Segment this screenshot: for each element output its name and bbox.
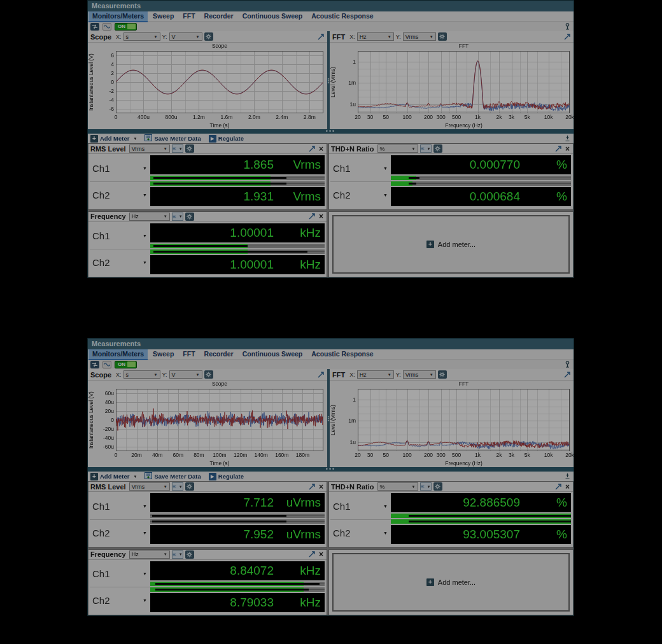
regulate-button[interactable]: ▶ Regulate [209, 473, 244, 480]
channel-select[interactable]: Ch2▼ [90, 249, 150, 276]
pin-icon[interactable] [563, 361, 571, 368]
waveform-monitor-icon[interactable] [102, 23, 111, 31]
scope-y-unit-select[interactable]: V▼ [169, 370, 202, 379]
tab-sweep[interactable]: Sweep [149, 11, 178, 21]
fft-chart-canvas[interactable] [330, 43, 574, 129]
gear-icon[interactable] [185, 482, 194, 491]
bar-style-select[interactable]: ▼ [172, 144, 183, 153]
fft-panel: FFT X: Hz▼ Y: Vrms▼ [330, 31, 574, 129]
scope-x-unit-select[interactable]: s▼ [123, 370, 160, 379]
unit-select[interactable]: Vrms▼ [129, 482, 170, 491]
bar-style-select[interactable]: ▼ [420, 482, 432, 491]
tab-continuous-sweep[interactable]: Continuous Sweep [239, 349, 307, 359]
expand-icon[interactable] [563, 371, 571, 379]
gear-icon[interactable] [185, 550, 194, 559]
regulate-button[interactable]: ▶ Regulate [209, 135, 244, 143]
gear-icon[interactable] [438, 32, 447, 41]
bar-style-select[interactable]: ▼ [172, 482, 183, 491]
meter-unit: kHz [274, 258, 325, 272]
channel-select[interactable]: Ch1▼ [90, 493, 150, 520]
expand-icon[interactable] [308, 145, 316, 153]
add-meter-placeholder[interactable]: + Add meter... [332, 553, 570, 612]
close-icon[interactable]: × [564, 483, 571, 491]
channel-select[interactable]: Ch1▼ [90, 223, 150, 250]
meter-header: RMS Level Vrms▼ ▼ × [88, 482, 327, 492]
bar-style-select[interactable]: ▼ [172, 550, 183, 559]
fft-x-unit-select[interactable]: Hz▼ [357, 370, 394, 379]
unit-select[interactable]: %▼ [377, 144, 418, 153]
generator-on-toggle[interactable]: ON [115, 23, 137, 31]
unit-select[interactable]: Hz▼ [129, 550, 170, 559]
tab-monitors-meters[interactable]: Monitors/Meters [88, 11, 148, 21]
fft-y-unit-select[interactable]: Vrms▼ [403, 370, 436, 379]
tab-continuous-sweep[interactable]: Continuous Sweep [239, 11, 307, 21]
fft-y-unit-select[interactable]: Vrms▼ [403, 32, 436, 41]
unit-select[interactable]: %▼ [377, 482, 418, 491]
close-icon[interactable]: × [564, 145, 571, 153]
window-titlebar[interactable]: Measurements [88, 1, 574, 11]
unit-select[interactable]: Vrms▼ [129, 144, 170, 153]
expand-icon[interactable] [308, 550, 316, 558]
fft-x-unit-select[interactable]: Hz▼ [357, 32, 394, 41]
tab-acoustic-response[interactable]: Acoustic Response [307, 11, 377, 21]
fft-chart-canvas[interactable] [330, 381, 574, 467]
channel-select[interactable]: Ch2▼ [90, 182, 150, 208]
generator-on-toggle[interactable]: ON [115, 361, 137, 368]
io-connector-icon[interactable] [90, 23, 99, 31]
channel-select[interactable]: Ch2▼ [90, 520, 150, 546]
plots-meters-splitter[interactable]: ••• [88, 467, 574, 472]
add-meter-button[interactable]: + Add Meter ▼ [90, 135, 137, 143]
scope-chart-canvas[interactable] [88, 43, 327, 129]
scope-chart-canvas[interactable] [88, 381, 327, 467]
scope-x-unit-select[interactable]: s▼ [123, 32, 160, 41]
window-titlebar[interactable]: Measurements [88, 339, 574, 349]
pin-icon[interactable] [563, 23, 571, 31]
channel-select[interactable]: Ch2▼ [330, 520, 391, 546]
gear-icon[interactable] [185, 213, 194, 221]
tab-fft[interactable]: FFT [179, 349, 199, 359]
channel-select[interactable]: Ch1▼ [330, 155, 391, 182]
channel-select[interactable]: Ch1▼ [90, 155, 150, 182]
pin-meters-icon[interactable] [563, 135, 571, 143]
channel-select[interactable]: Ch1▼ [330, 493, 391, 520]
tab-acoustic-response[interactable]: Acoustic Response [307, 349, 377, 359]
channel-select[interactable]: Ch2▼ [330, 182, 391, 208]
save-meter-data-button[interactable]: Save Meter Data [144, 472, 201, 480]
close-icon[interactable]: × [318, 483, 325, 491]
add-meter-placeholder[interactable]: + Add meter... [332, 215, 570, 274]
tab-fft[interactable]: FFT [179, 11, 199, 21]
close-icon[interactable]: × [318, 145, 325, 153]
unit-select[interactable]: Hz▼ [129, 213, 170, 221]
gear-icon[interactable] [204, 370, 213, 379]
plots-meters-splitter[interactable]: ••• [88, 129, 574, 134]
gear-icon[interactable] [185, 144, 194, 153]
io-connector-icon[interactable] [90, 361, 99, 368]
close-icon[interactable]: × [318, 550, 325, 558]
add-meter-button[interactable]: + Add Meter ▼ [90, 473, 137, 480]
chevron-down-icon: ▼ [143, 234, 147, 238]
gear-icon[interactable] [438, 370, 447, 379]
waveform-monitor-icon[interactable] [102, 361, 111, 368]
expand-icon[interactable] [554, 145, 562, 153]
gear-icon[interactable] [433, 482, 442, 491]
gear-icon[interactable] [204, 32, 213, 41]
tab-sweep[interactable]: Sweep [149, 349, 178, 359]
bar-style-select[interactable]: ▼ [420, 144, 432, 153]
channel-select[interactable]: Ch2▼ [90, 587, 150, 613]
tab-recorder[interactable]: Recorder [201, 11, 237, 21]
tab-monitors-meters[interactable]: Monitors/Meters [88, 349, 148, 359]
channel-select[interactable]: Ch1▼ [90, 561, 150, 588]
tab-recorder[interactable]: Recorder [201, 349, 237, 359]
expand-icon[interactable] [308, 213, 316, 220]
gear-icon[interactable] [433, 144, 442, 153]
pin-meters-icon[interactable] [563, 473, 571, 480]
save-meter-data-button[interactable]: Save Meter Data [144, 134, 201, 143]
bar-style-select[interactable]: ▼ [172, 213, 183, 221]
expand-icon[interactable] [317, 371, 325, 379]
expand-icon[interactable] [317, 33, 325, 41]
expand-icon[interactable] [563, 33, 571, 41]
scope-y-unit-select[interactable]: V▼ [169, 32, 202, 41]
expand-icon[interactable] [554, 483, 562, 491]
expand-icon[interactable] [308, 483, 316, 491]
close-icon[interactable]: × [318, 213, 325, 220]
